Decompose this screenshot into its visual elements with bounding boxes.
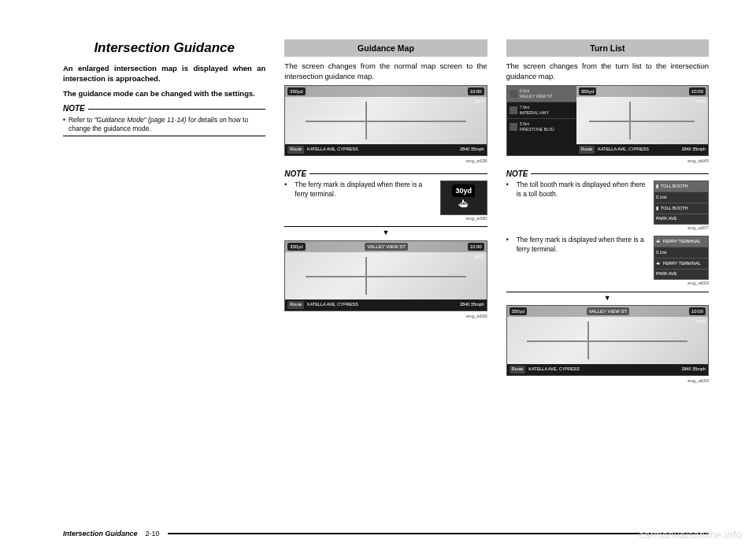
current-street: KATELLA AVE, CYPRESS (528, 366, 580, 372)
badge-distance: 30yd (452, 184, 475, 197)
nav-screenshot-intersection-map: 350yd VALLEY VIEW ST 10:00 RTT Route KAT… (506, 305, 709, 376)
note-text: Refer to "Guidance Mode" (page 11-14) fo… (69, 116, 265, 134)
bullet-icon: • (284, 180, 287, 189)
distance-badge: 350yd (287, 87, 305, 95)
route-button[interactable]: Route (287, 146, 304, 153)
ferry-icon: ⛴ (458, 197, 469, 212)
note-label: NOTE (63, 103, 85, 114)
note-text: The ferry mark is displayed when there i… (295, 180, 435, 199)
note-body-ferry: • The ferry mark is displayed when there… (506, 236, 709, 280)
ferry-badge-thumbnail: 30yd ⛴ (440, 180, 487, 215)
panel-row: PARK AVE (656, 216, 676, 221)
turn-arrow-icon (510, 106, 517, 114)
intro-paragraph-2: The guidance mode can be changed with th… (63, 89, 265, 99)
note-body: • Refer to "Guidance Mode" (page 11-14) … (63, 116, 265, 134)
turn-list-panel: 0.2mi VALLEY VIEW ST 7.9mi IMPERIAL HWY (507, 86, 576, 155)
rtt-badge: RTT (475, 99, 484, 105)
note-text: The ferry mark is displayed when there i… (517, 236, 649, 254)
note-end-rule (63, 136, 265, 136)
screenshot-caption: eng_a640 (506, 158, 709, 164)
turn-street: VALLEY VIEW ST (520, 94, 553, 99)
rtt-badge: RTT (696, 318, 706, 325)
column-1: Intersection Guidance An enlarged inters… (63, 39, 265, 389)
ferry-icon: ⛴ (656, 239, 661, 244)
map-area: RTT (285, 97, 486, 144)
bullet-icon: • (63, 116, 65, 134)
route-button[interactable]: Route (579, 146, 595, 153)
turn-street: IMPERIAL HWY (520, 110, 550, 116)
page-footer: Intersection Guidance 2-10 (63, 530, 709, 538)
turn-distance: 0.2mi (520, 88, 553, 94)
note-ref: "Guidance Mode" (page 11-14) (94, 116, 187, 124)
panel-row: FERRY TERMINAL (663, 239, 701, 244)
badge-caption: eng_a030 (284, 215, 487, 221)
note-end-rule (284, 226, 487, 227)
nav-screenshot-intersection-map: 350yd VALLEY VIEW ST 10:00 RTT Route KAT… (284, 240, 487, 311)
tab-header-guidance-map: Guidance Map (284, 39, 487, 57)
panel-row: TOLL BOOTH (661, 184, 688, 189)
note-header: NOTE (506, 169, 709, 180)
column-2: Guidance Map The screen changes from the… (284, 39, 487, 389)
route-button[interactable]: Route (287, 301, 304, 308)
banner-street: VALLEY VIEW ST (365, 243, 407, 251)
map-area: RTT (576, 97, 708, 144)
thumbnail-caption: eng_a029 (506, 280, 709, 286)
footer-rule (168, 533, 709, 534)
panel-row: PARK AVE (656, 271, 676, 277)
clock-badge: 10:00 (468, 243, 484, 251)
bullet-icon: • (506, 236, 509, 244)
note-pre: Refer to (69, 116, 94, 124)
note-label: NOTE (506, 169, 528, 180)
distance-badge: 350yd (579, 87, 596, 95)
map-area: RTT (285, 252, 486, 299)
note-header: NOTE (63, 103, 265, 114)
toll-booth-thumbnail: ▮TOLL BOOTH 0.1mi ▮TOLL BOOTH PARK AVE (654, 180, 709, 225)
clock-badge: 10:00 (689, 307, 706, 315)
turn-list-row[interactable]: 3.5mi FIRESTONE BLVD (507, 119, 576, 135)
turn-list-row[interactable]: 7.9mi IMPERIAL HWY (507, 102, 576, 119)
screenshot-caption: eng_a639 (506, 378, 709, 384)
footer-page-number: 2-10 (146, 530, 160, 538)
note-rule (531, 173, 709, 174)
clock-badge: 10:00 (468, 87, 484, 95)
thumbnail-caption: eng_a207 (506, 225, 709, 231)
map-area: RTT (507, 317, 708, 364)
nav-screenshot-normal-map: 350yd 10:00 RTT Route KATELLA AVE, CYPRE… (284, 85, 487, 156)
distance-badge: 350yd (510, 307, 527, 315)
note-rule (309, 173, 487, 174)
ferry-icon: ⛴ (656, 261, 661, 266)
toll-icon: ▮ (656, 184, 658, 189)
banner-street: VALLEY VIEW ST (587, 307, 629, 315)
turn-distance: 7.9mi (520, 105, 550, 110)
status-right: 2840 35mph (681, 147, 706, 152)
current-street: KATELLA AVE, CYPRESS (307, 147, 358, 152)
route-button[interactable]: Route (510, 366, 526, 373)
note-body-toll: • The toll booth mark is displayed when … (506, 180, 709, 225)
note-end-rule (506, 292, 709, 292)
note-rule (88, 109, 266, 110)
distance-badge: 350yd (287, 243, 305, 251)
arrow-down-icon: ▼ (506, 293, 709, 303)
bullet-icon: • (506, 180, 509, 189)
status-right: 2840 35mph (460, 302, 484, 307)
panel-row: 0.1mi (656, 250, 666, 255)
footer-title: Intersection Guidance (63, 530, 138, 538)
status-right: 2840 35mph (460, 147, 484, 152)
panel-row: FERRY TERMINAL (663, 261, 701, 266)
turn-arrow-icon (510, 123, 517, 131)
turn-distance: 3.5mi (520, 121, 554, 127)
arrow-down-icon: ▼ (284, 228, 487, 237)
intro-paragraph-1: An enlarged intersection map is displaye… (63, 64, 265, 84)
note-header: NOTE (284, 169, 487, 180)
ferry-terminal-thumbnail: ⛴FERRY TERMINAL 0.1mi ⛴FERRY TERMINAL PA… (654, 236, 709, 280)
rtt-badge: RTT (696, 99, 706, 105)
panel-row: TOLL BOOTH (661, 206, 688, 211)
guidance-map-body: The screen changes from the normal map s… (284, 61, 487, 82)
column-3: Turn List The screen changes from the tu… (506, 39, 709, 389)
turn-list-body: The screen changes from the turn list to… (506, 61, 709, 82)
tab-header-turn-list: Turn List (506, 39, 709, 57)
nav-screenshot-turn-list: 0.2mi VALLEY VIEW ST 7.9mi IMPERIAL HWY (506, 85, 709, 156)
section-title: Intersection Guidance (63, 39, 265, 58)
turn-list-row[interactable]: 0.2mi VALLEY VIEW ST (507, 86, 576, 102)
current-street: KATELLA AVE, CYPRESS (598, 147, 649, 152)
